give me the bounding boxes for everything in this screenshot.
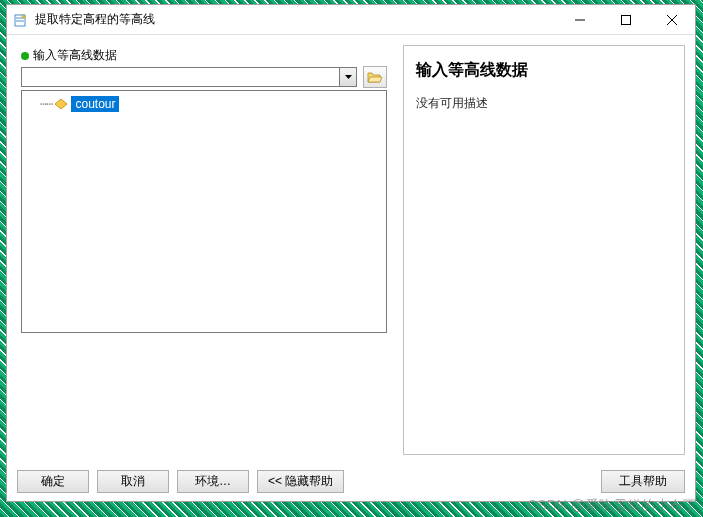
help-pane: 输入等高线数据 没有可用描述: [403, 45, 685, 455]
cancel-button[interactable]: 取消: [97, 470, 169, 493]
browse-button[interactable]: [363, 66, 387, 88]
window-controls: [557, 5, 695, 34]
content-area: 输入等高线数据 ⋯⋯: [7, 35, 695, 461]
tree-connector-icon: ⋯⋯: [40, 97, 52, 111]
help-heading: 输入等高线数据: [416, 60, 672, 81]
button-bar: 确定 取消 环境… << 隐藏帮助 工具帮助: [7, 461, 695, 501]
required-bullet-icon: [21, 52, 29, 60]
close-button[interactable]: [649, 5, 695, 34]
help-description: 没有可用描述: [416, 95, 672, 112]
layer-tree[interactable]: ⋯⋯ coutour: [21, 90, 387, 333]
input-row: [21, 66, 387, 88]
maximize-button[interactable]: [603, 5, 649, 34]
dropdown-button[interactable]: [339, 68, 356, 86]
folder-open-icon: [367, 70, 383, 84]
app-icon: [13, 12, 29, 28]
tool-help-button[interactable]: 工具帮助: [601, 470, 685, 493]
window-title: 提取特定高程的等高线: [35, 11, 557, 28]
hide-help-button[interactable]: << 隐藏帮助: [257, 470, 344, 493]
dialog-window: 提取特定高程的等高线 输入等高线数据: [6, 4, 696, 502]
input-label-row: 输入等高线数据: [21, 47, 387, 64]
input-field[interactable]: [22, 69, 339, 85]
pane-divider[interactable]: [397, 35, 401, 461]
input-combobox[interactable]: [21, 67, 357, 87]
input-label: 输入等高线数据: [33, 47, 117, 64]
tree-item-label: coutour: [71, 96, 119, 112]
environments-button[interactable]: 环境…: [177, 470, 249, 493]
titlebar[interactable]: 提取特定高程的等高线: [7, 5, 695, 35]
svg-rect-1: [622, 15, 631, 24]
minimize-button[interactable]: [557, 5, 603, 34]
polygon-layer-icon: [54, 98, 68, 110]
parameters-pane: 输入等高线数据 ⋯⋯: [7, 35, 397, 461]
ok-button[interactable]: 确定: [17, 470, 89, 493]
tree-item[interactable]: ⋯⋯ coutour: [26, 95, 382, 113]
